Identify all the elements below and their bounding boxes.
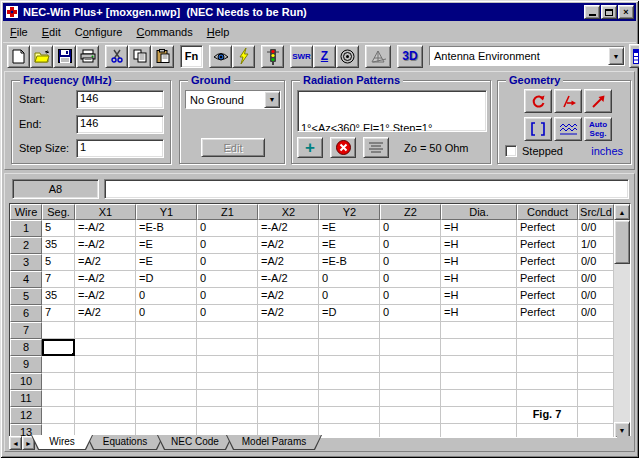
grid-cell[interactable] — [319, 407, 380, 424]
tab-wires[interactable]: Wires — [31, 435, 93, 450]
end-input[interactable]: 146 — [76, 115, 164, 134]
grid-cell[interactable]: =-A/2 — [75, 288, 136, 305]
ground-edit-button[interactable]: Edit — [201, 138, 265, 157]
grid-cell[interactable]: Perfect — [517, 237, 578, 254]
grid-cell[interactable]: =E-B — [136, 220, 197, 237]
row-header[interactable]: 12 — [10, 407, 42, 424]
grid-cell[interactable] — [517, 339, 578, 356]
grid-cell[interactable]: =H — [441, 271, 517, 288]
grid-cell[interactable] — [319, 390, 380, 407]
grid-cell[interactable] — [197, 390, 258, 407]
grid-cell[interactable] — [578, 390, 614, 407]
grid-cell[interactable] — [319, 339, 380, 356]
grid-cell[interactable] — [136, 356, 197, 373]
grid-cell[interactable]: Fig. 7 — [517, 407, 578, 424]
menu-help[interactable]: Help — [200, 24, 237, 40]
grid-cell[interactable] — [197, 373, 258, 390]
grid-cell[interactable]: 35 — [42, 237, 75, 254]
grid-cell[interactable] — [517, 356, 578, 373]
row-header[interactable]: 1 — [10, 220, 42, 237]
grid-cell[interactable]: =D — [136, 271, 197, 288]
minimize-button[interactable] — [584, 5, 600, 19]
grid-cell[interactable] — [319, 373, 380, 390]
grid-cell[interactable]: 0 — [197, 237, 258, 254]
grid-cell[interactable] — [136, 390, 197, 407]
grid-cell[interactable]: =E — [136, 254, 197, 271]
grid-cell[interactable] — [42, 390, 75, 407]
grid-cell[interactable]: 0/0 — [578, 305, 614, 322]
grid-cell[interactable] — [441, 390, 517, 407]
grid-cell[interactable] — [75, 390, 136, 407]
auto-seg-button[interactable]: AutoSeg. — [584, 117, 612, 141]
run-nec-button[interactable] — [261, 45, 284, 68]
grid-cell[interactable] — [258, 373, 319, 390]
grid-cell[interactable]: 0 — [380, 305, 441, 322]
grid-cell[interactable] — [380, 407, 441, 424]
grid-cell[interactable] — [42, 339, 75, 356]
grid-cell[interactable] — [42, 322, 75, 339]
start-input[interactable]: 146 — [76, 90, 164, 109]
grid-cell[interactable]: 7 — [42, 271, 75, 288]
grid-cell[interactable]: 0/0 — [578, 254, 614, 271]
column-header[interactable]: Seg. — [42, 204, 75, 220]
grid-cell[interactable] — [197, 322, 258, 339]
row-header[interactable]: 2 — [10, 237, 42, 254]
column-header[interactable]: Y2 — [319, 204, 380, 220]
pattern-list-button[interactable] — [363, 137, 389, 158]
grid-cell[interactable] — [441, 339, 517, 356]
rotate-wire-button[interactable] — [524, 89, 552, 113]
menu-edit[interactable]: Edit — [35, 24, 68, 40]
vertical-scrollbar[interactable]: ▲ ▼ — [614, 204, 630, 438]
menu-configure[interactable]: Configure — [68, 24, 130, 40]
delete-pattern-button[interactable] — [330, 137, 356, 158]
cut-button[interactable] — [105, 45, 128, 68]
column-header[interactable]: X2 — [258, 204, 319, 220]
cell-reference-box[interactable]: A8 — [12, 179, 99, 199]
grid-cell[interactable]: 0 — [197, 288, 258, 305]
grid-cell[interactable]: =H — [441, 305, 517, 322]
save-button[interactable] — [53, 45, 76, 68]
grid-cell[interactable] — [578, 339, 614, 356]
grid-cell[interactable]: 0 — [319, 288, 380, 305]
grid-cell[interactable]: =-A/2 — [258, 271, 319, 288]
ground-select[interactable]: No Ground ▼ — [185, 90, 281, 109]
grid-cell[interactable] — [75, 407, 136, 424]
grid-cell[interactable]: =-A/2 — [258, 220, 319, 237]
grid-cell[interactable]: 0 — [380, 288, 441, 305]
scroll-up-icon[interactable]: ▲ — [614, 204, 630, 220]
grid-cell[interactable]: =-A/2 — [75, 271, 136, 288]
fill-handle[interactable] — [71, 352, 75, 356]
grid-cell[interactable]: Perfect — [517, 254, 578, 271]
grid-cell[interactable] — [75, 373, 136, 390]
grid-cell[interactable]: 1/0 — [578, 237, 614, 254]
scroll-thumb[interactable] — [614, 220, 630, 264]
chevron-down-icon[interactable]: ▼ — [264, 91, 280, 108]
grid-cell[interactable] — [578, 322, 614, 339]
grid-cell[interactable] — [136, 339, 197, 356]
step-size-input[interactable]: 1 — [76, 139, 164, 158]
row-header[interactable]: 11 — [10, 390, 42, 407]
grid-cell[interactable] — [258, 390, 319, 407]
grid-cell[interactable] — [380, 322, 441, 339]
grid-cell[interactable]: Perfect — [517, 271, 578, 288]
row-header[interactable]: 10 — [10, 373, 42, 390]
grid-cell[interactable]: =E — [319, 220, 380, 237]
grid-cell[interactable]: =A/2 — [258, 254, 319, 271]
grid-cell[interactable]: 0/0 — [578, 220, 614, 237]
grid-cell[interactable] — [42, 356, 75, 373]
stepped-checkbox[interactable] — [505, 145, 517, 157]
column-header[interactable]: Src/Ld — [578, 204, 614, 220]
grid-cell[interactable] — [258, 407, 319, 424]
row-header[interactable]: 6 — [10, 305, 42, 322]
grid-cell[interactable]: =E-B — [319, 254, 380, 271]
grid-cell[interactable] — [75, 356, 136, 373]
grid-cell[interactable] — [42, 407, 75, 424]
view-button[interactable] — [209, 45, 232, 68]
maximize-button[interactable] — [601, 5, 617, 19]
row-header[interactable]: 7 — [10, 322, 42, 339]
segment-ends-button[interactable] — [524, 117, 552, 141]
grid-cell[interactable]: =A/2 — [75, 305, 136, 322]
grid-cell[interactable] — [441, 322, 517, 339]
grid-cell[interactable]: =D — [319, 305, 380, 322]
grid-cell[interactable]: =A/2 — [75, 254, 136, 271]
